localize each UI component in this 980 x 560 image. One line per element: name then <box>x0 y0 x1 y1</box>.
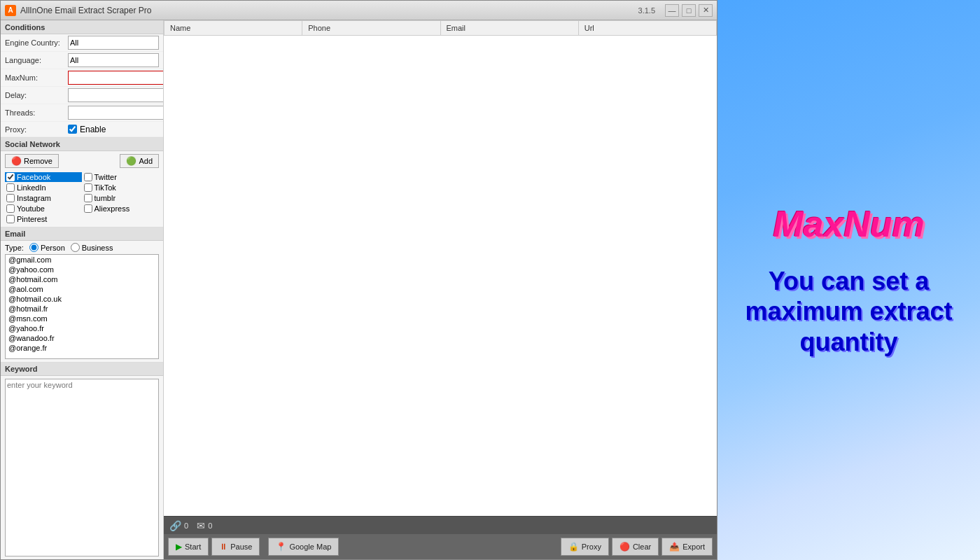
threads-label: Threads: <box>5 108 68 117</box>
keyword-textarea[interactable] <box>5 379 159 556</box>
social-network-header: Social Network <box>1 137 163 151</box>
threads-row: Threads: 10 ▲ ▼ <box>1 104 163 122</box>
social-item-tiktok[interactable]: TikTok <box>83 183 160 192</box>
pinterest-label: Pinterest <box>17 215 47 223</box>
social-item-pinterest[interactable]: Pinterest <box>5 214 82 224</box>
person-radio[interactable] <box>29 243 38 252</box>
language-row: Language: All <box>1 52 163 69</box>
social-item-facebook[interactable]: Facebook <box>5 172 82 182</box>
tiktok-label: TikTok <box>94 183 116 192</box>
social-network-section: Social Network 🔴 Remove 🟢 Add Facebook <box>1 137 163 227</box>
business-radio[interactable] <box>71 243 80 252</box>
app-title: AllInOne Email Extract Scraper Pro <box>20 6 151 15</box>
email-section: Email Type: Person Business @gmail.com @… <box>1 227 163 362</box>
start-button[interactable]: ▶ Start <box>168 538 209 556</box>
link-count: 0 <box>184 522 188 530</box>
instagram-label: Instagram <box>17 194 51 202</box>
facebook-label: Facebook <box>17 173 50 181</box>
start-label: Start <box>185 542 201 551</box>
linkedin-checkbox[interactable] <box>6 183 15 192</box>
social-item-linkedin[interactable]: LinkedIn <box>5 183 82 192</box>
clear-button[interactable]: 🔴 Clear <box>612 538 659 556</box>
email-domain-msn[interactable]: @msn.com <box>6 314 158 323</box>
email-domain-gmail[interactable]: @gmail.com <box>6 255 158 265</box>
email-count: 0 <box>208 522 212 530</box>
social-item-twitter[interactable]: Twitter <box>83 172 160 182</box>
engine-country-row: Engine Country: All <box>1 34 163 52</box>
business-label: Business <box>82 244 113 252</box>
email-domain-hotmail-fr[interactable]: @hotmail.fr <box>6 304 158 314</box>
start-icon: ▶ <box>176 542 182 552</box>
export-button[interactable]: 📤 Export <box>662 538 713 556</box>
engine-country-select[interactable]: All <box>68 36 159 50</box>
keyword-section: Keyword <box>1 362 163 559</box>
email-domain-aol[interactable]: @aol.com <box>6 284 158 294</box>
email-domain-yahoo-fr[interactable]: @yahoo.fr <box>6 323 158 333</box>
remove-button[interactable]: 🔴 Remove <box>5 154 59 168</box>
tumblr-checkbox[interactable] <box>84 194 92 202</box>
table-header: Name Phone Email Url <box>164 21 717 36</box>
business-radio-item[interactable]: Business <box>71 243 113 252</box>
email-icon: ✉ <box>197 520 205 531</box>
version-label: 3.1.5 <box>638 6 655 15</box>
close-button[interactable]: ✕ <box>699 4 713 17</box>
pinterest-checkbox[interactable] <box>6 215 15 223</box>
aliexpress-label: Aliexpress <box>94 204 130 213</box>
youtube-checkbox[interactable] <box>6 204 15 213</box>
maxnum-label: MaxNum: <box>5 74 68 82</box>
twitter-checkbox[interactable] <box>84 173 92 181</box>
email-domain-orange[interactable]: @orange.fr <box>6 343 158 353</box>
email-domain-hotmail-uk[interactable]: @hotmail.co.uk <box>6 294 158 304</box>
language-select[interactable]: All <box>68 53 159 67</box>
proxy-checkbox[interactable] <box>68 125 77 134</box>
email-domain-list[interactable]: @gmail.com @yahoo.com @hotmail.com @aol.… <box>5 254 159 359</box>
col-name: Name <box>164 21 302 36</box>
tiktok-checkbox[interactable] <box>84 183 92 192</box>
maxnum-input[interactable]: 500000 <box>68 71 164 85</box>
proxy-button[interactable]: 🔒 Proxy <box>561 538 609 556</box>
social-network-grid: Facebook Twitter LinkedIn TikTok <box>1 171 163 227</box>
threads-input[interactable]: 10 <box>68 106 164 120</box>
keyword-header: Keyword <box>1 362 163 376</box>
person-radio-item[interactable]: Person <box>29 243 65 252</box>
delay-input[interactable]: 10 <box>68 88 164 102</box>
proxy-label: Proxy <box>582 542 601 551</box>
link-icon: 🔗 <box>169 520 181 531</box>
email-domain-yahoo[interactable]: @yahoo.com <box>6 265 158 274</box>
action-bar: ▶ Start ⏸ Pause 📍 Google Map 🔒 Proxy <box>164 534 717 559</box>
app-icon: A <box>5 5 16 16</box>
instagram-checkbox[interactable] <box>6 194 15 202</box>
email-type-row: Type: Person Business <box>1 241 163 254</box>
social-item-instagram[interactable]: Instagram <box>5 193 82 203</box>
email-domain-wanadoo[interactable]: @wanadoo.fr <box>6 333 158 343</box>
social-item-youtube[interactable]: Youtube <box>5 204 82 214</box>
linkedin-label: LinkedIn <box>17 183 46 192</box>
email-type-label: Type: <box>5 244 24 252</box>
add-button[interactable]: 🟢 Add <box>120 154 159 168</box>
google-map-button[interactable]: 📍 Google Map <box>268 538 339 556</box>
pause-label: Pause <box>230 542 252 551</box>
decoration-title: MaxNum <box>773 203 925 245</box>
youtube-label: Youtube <box>17 204 45 213</box>
link-status: 🔗 0 <box>169 520 188 531</box>
proxy-label: Proxy: <box>5 125 68 134</box>
conditions-section: Conditions Engine Country: All Language: <box>1 20 163 137</box>
email-header: Email <box>1 227 163 241</box>
restore-button[interactable]: □ <box>682 4 696 17</box>
engine-country-label: Engine Country: <box>5 38 68 47</box>
facebook-checkbox[interactable] <box>6 173 15 181</box>
social-item-tumblr[interactable]: tumblr <box>83 193 160 203</box>
social-item-aliexpress[interactable]: Aliexpress <box>83 204 160 214</box>
add-icon: 🟢 <box>126 156 136 166</box>
email-domain-hotmail[interactable]: @hotmail.com <box>6 274 158 284</box>
google-map-icon: 📍 <box>276 542 286 552</box>
pause-button[interactable]: ⏸ Pause <box>211 538 260 556</box>
delay-label: Delay: <box>5 91 68 99</box>
aliexpress-checkbox[interactable] <box>84 204 92 213</box>
decoration-subtitle: You can set a maximum extract quantity <box>732 266 966 357</box>
data-table: Name Phone Email Url <box>164 20 717 36</box>
social-buttons-row: 🔴 Remove 🟢 Add <box>1 151 163 171</box>
twitter-label: Twitter <box>94 173 117 181</box>
minimize-button[interactable]: — <box>665 4 679 17</box>
col-email: Email <box>440 21 578 36</box>
